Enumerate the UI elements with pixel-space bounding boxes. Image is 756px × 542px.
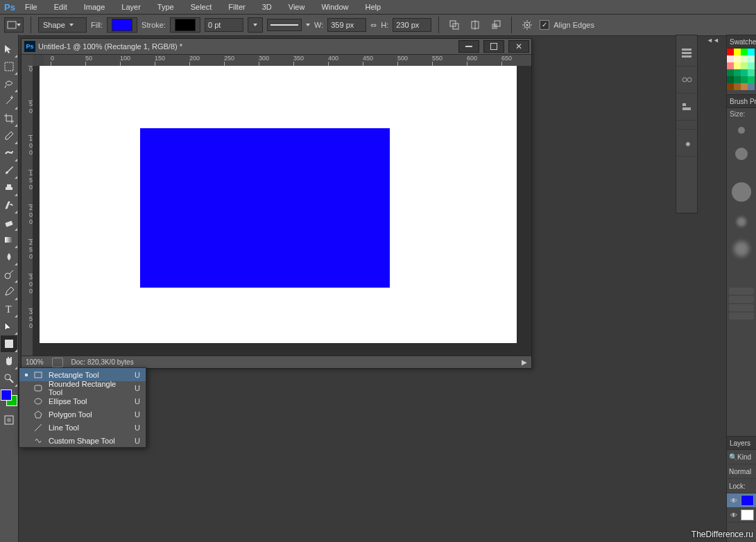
character-panel-icon[interactable]: [677, 94, 696, 121]
menu-edit[interactable]: Edit: [46, 1, 76, 13]
shape-menu-polygon[interactable]: Polygon ToolU: [19, 408, 146, 421]
layer-row-rectangle[interactable]: 👁: [727, 493, 756, 508]
swatch[interactable]: [727, 83, 734, 90]
ruler-vertical[interactable]: 050100150200250300350: [22, 66, 33, 356]
swatch[interactable]: [734, 76, 741, 83]
swatch[interactable]: [748, 49, 755, 55]
foreground-color[interactable]: [1, 390, 12, 401]
swatch[interactable]: [727, 55, 734, 62]
type-tool[interactable]: T: [1, 301, 17, 317]
ruler-horizontal[interactable]: 050100150200250300350400450500550600650: [44, 55, 531, 66]
document-titlebar[interactable]: Ps Untitled-1 @ 100% (Rectangle 1, RGB/8…: [22, 39, 531, 55]
shape-menu-custom[interactable]: Custom Shape ToolU: [19, 434, 146, 447]
eyedrop-tool[interactable]: [1, 128, 17, 144]
wrench-panel-icon[interactable]: [677, 129, 696, 157]
brush-preset-area[interactable]: [727, 120, 756, 286]
brush-thumb-icon[interactable]: [729, 304, 754, 311]
crop-tool[interactable]: [1, 110, 17, 127]
swatch[interactable]: [727, 76, 734, 83]
path-ops-button[interactable]: [446, 17, 463, 33]
brush-thumb-icon[interactable]: [729, 296, 754, 303]
panel-collapse-button[interactable]: ◄◄: [703, 36, 723, 44]
swatch[interactable]: [741, 83, 748, 90]
align-edges-checkbox[interactable]: ✓: [540, 20, 549, 30]
canvas-area[interactable]: [33, 66, 531, 356]
path-arrange-button[interactable]: [488, 17, 504, 33]
statusbar-arrow-icon[interactable]: ▶: [522, 358, 527, 366]
stroke-width-menu[interactable]: [248, 17, 263, 33]
menu-file[interactable]: File: [17, 1, 46, 13]
lasso-tool[interactable]: [1, 76, 17, 92]
eye-icon[interactable]: 👁: [729, 510, 739, 520]
history-panel-icon[interactable]: [677, 40, 696, 67]
move-tool[interactable]: [1, 41, 17, 58]
menu-filter[interactable]: Filter: [220, 1, 253, 13]
maximize-button[interactable]: [483, 40, 504, 53]
gradient-tool[interactable]: [1, 231, 17, 248]
wand-tool[interactable]: [1, 93, 17, 110]
swatch[interactable]: [727, 69, 734, 76]
pen-tool[interactable]: [1, 283, 17, 300]
stroke-color-picker[interactable]: [170, 17, 200, 33]
eye-icon[interactable]: 👁: [729, 496, 739, 505]
fill-color-picker[interactable]: [107, 17, 137, 33]
swatch[interactable]: [727, 62, 734, 69]
stroke-width-field[interactable]: [205, 18, 243, 32]
brush-tool[interactable]: [1, 162, 17, 179]
shape-menu-ellipse[interactable]: Ellipse ToolU: [19, 394, 146, 408]
menu-view[interactable]: View: [280, 1, 313, 13]
stroke-style-picker[interactable]: [267, 19, 302, 31]
rectangle-shape[interactable]: [140, 128, 390, 288]
swatch[interactable]: [734, 69, 741, 76]
brush-panel-header[interactable]: Brush Presets: [727, 94, 756, 108]
swatch[interactable]: [741, 55, 748, 62]
shape-menu-line[interactable]: Line ToolU: [19, 421, 146, 434]
menu-select[interactable]: Select: [182, 1, 221, 13]
blur-tool[interactable]: [1, 249, 17, 265]
eraser-tool[interactable]: [1, 214, 17, 231]
path-tool[interactable]: [1, 318, 17, 335]
brush-thumb-icon[interactable]: [729, 288, 754, 295]
doc-info-icon[interactable]: [52, 358, 63, 367]
height-field[interactable]: [393, 18, 431, 32]
swatch[interactable]: [741, 49, 748, 55]
brush-thumb-icon[interactable]: [729, 313, 754, 320]
swatch[interactable]: [748, 55, 755, 62]
history-tool[interactable]: [1, 197, 17, 213]
link-icon[interactable]: ⇔: [370, 21, 377, 30]
minimize-button[interactable]: [458, 40, 479, 53]
menu-image[interactable]: Image: [76, 1, 114, 13]
zoom-level[interactable]: 100%: [26, 358, 44, 366]
swatch[interactable]: [748, 83, 755, 90]
swatch[interactable]: [734, 49, 741, 55]
swatch[interactable]: [741, 76, 748, 83]
shape-mode-select[interactable]: Shape: [38, 17, 87, 33]
blend-mode-select[interactable]: Normal: [727, 464, 756, 479]
layer-row-background[interactable]: 👁: [727, 508, 756, 523]
heal-tool[interactable]: [1, 145, 17, 161]
swatch[interactable]: [748, 62, 755, 69]
marquee-tool[interactable]: [1, 58, 17, 75]
swatches-panel-header[interactable]: Swatches: [727, 35, 756, 49]
stamp-tool[interactable]: [1, 180, 17, 196]
menu-window[interactable]: Window: [313, 1, 356, 13]
menu-help[interactable]: Help: [357, 1, 390, 13]
swatch[interactable]: [734, 55, 741, 62]
hand-tool[interactable]: [1, 353, 17, 369]
swatch[interactable]: [734, 62, 741, 69]
shape-tool[interactable]: [1, 335, 17, 352]
close-button[interactable]: ✕: [508, 40, 529, 53]
gear-icon[interactable]: [519, 17, 535, 33]
properties-panel-icon[interactable]: [677, 67, 696, 94]
tool-preset-picker[interactable]: [4, 17, 24, 33]
menu-layer[interactable]: Layer: [113, 1, 149, 13]
zoom-tool[interactable]: [1, 370, 17, 387]
fg-bg-colors[interactable]: [1, 390, 17, 409]
swatch[interactable]: [748, 69, 755, 76]
menu-type[interactable]: Type: [149, 1, 182, 13]
swatch[interactable]: [748, 76, 755, 83]
quick-mask-tool[interactable]: [1, 412, 17, 428]
canvas[interactable]: [40, 66, 517, 343]
swatch[interactable]: [741, 62, 748, 69]
width-field[interactable]: [327, 18, 366, 32]
